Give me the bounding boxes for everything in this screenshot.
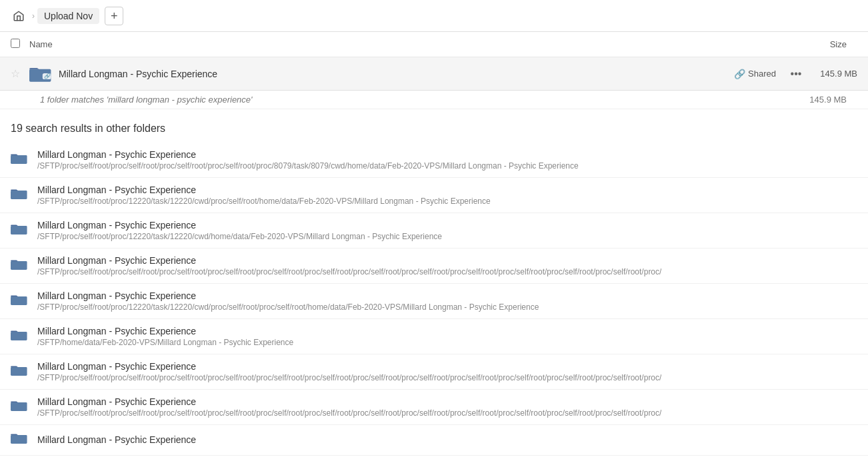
result-item[interactable]: Millard Longman - Psychic Experience/SFT…	[0, 178, 868, 213]
result-name: Millard Longman - Psychic Experience	[37, 149, 579, 160]
svg-rect-7	[11, 296, 27, 304]
result-name: Millard Longman - Psychic Experience	[37, 396, 661, 407]
result-name: Millard Longman - Psychic Experience	[37, 361, 661, 372]
result-item[interactable]: Millard Longman - Psychic Experience/SFT…	[0, 143, 868, 178]
folder-match-info-row: 1 folder matches 'millard longman - psyc…	[0, 91, 868, 109]
folder-icon	[11, 258, 29, 274]
main-folder-name: Millard Longman - Psychic Experience	[59, 69, 734, 79]
result-info: Millard Longman - Psychic Experience/SFT…	[37, 220, 442, 241]
select-all-checkbox[interactable]	[11, 39, 24, 50]
size-column-header: Size	[830, 39, 847, 49]
folder-match-text: 1 folder matches 'millard longman - psyc…	[40, 95, 809, 105]
result-item[interactable]: Millard Longman - Psychic Experience	[0, 425, 868, 456]
other-results-section-header: 19 search results in other folders	[0, 109, 868, 143]
result-name: Millard Longman - Psychic Experience	[37, 220, 442, 231]
folder-icon	[11, 432, 29, 448]
svg-text:🔗: 🔗	[44, 73, 51, 80]
result-name: Millard Longman - Psychic Experience	[37, 326, 293, 336]
svg-rect-10	[11, 402, 27, 410]
result-item[interactable]: Millard Longman - Psychic Experience/SFT…	[0, 354, 868, 390]
column-header-row: Name Size	[0, 32, 868, 57]
result-info: Millard Longman - Psychic Experience/SFT…	[37, 185, 491, 206]
shared-label: Shared	[748, 69, 776, 79]
result-item[interactable]: Millard Longman - Psychic Experience/SFT…	[0, 390, 868, 425]
result-path: /SFTP/proc/self/root/proc/12220/task/122…	[37, 197, 491, 206]
result-path: /SFTP/proc/self/root/proc/self/root/proc…	[37, 373, 661, 382]
add-tab-button[interactable]: +	[105, 7, 123, 25]
svg-rect-3	[11, 155, 27, 163]
svg-rect-11	[11, 435, 27, 444]
link-icon: 🔗	[734, 69, 745, 79]
result-info: Millard Longman - Psychic Experience/SFT…	[37, 290, 539, 312]
result-path: /SFTP/home/data/Feb-2020-VPS/Millard Lon…	[37, 338, 293, 347]
result-item[interactable]: Millard Longman - Psychic Experience/SFT…	[0, 213, 868, 248]
result-path: /SFTP/proc/self/root/proc/self/root/proc…	[37, 408, 661, 418]
result-info: Millard Longman - Psychic Experience/SFT…	[37, 149, 579, 171]
svg-rect-4	[11, 190, 27, 199]
result-name: Millard Longman - Psychic Experience	[37, 290, 539, 301]
result-path: /SFTP/proc/self/root/proc/12220/task/122…	[37, 232, 442, 241]
svg-rect-9	[11, 366, 27, 375]
result-info: Millard Longman - Psychic Experience/SFT…	[37, 326, 293, 347]
folder-match-size: 145.9 MB	[809, 95, 847, 105]
result-info: Millard Longman - Psychic Experience/SFT…	[37, 361, 661, 382]
result-item[interactable]: Millard Longman - Psychic Experience/SFT…	[0, 319, 868, 354]
more-options-button[interactable]: •••	[787, 65, 805, 83]
shared-badge: 🔗 Shared	[734, 69, 776, 79]
svg-rect-8	[11, 331, 27, 340]
star-button[interactable]: ☆	[11, 67, 24, 80]
folder-icon	[11, 187, 29, 204]
main-result-row[interactable]: ☆ 🔗 Millard Longman - Psychic Experience…	[0, 57, 868, 91]
folder-icon	[11, 223, 29, 239]
result-path: /SFTP/proc/self/root/proc/self/root/proc…	[37, 161, 579, 171]
name-column-header: Name	[29, 39, 830, 49]
breadcrumb-upload-nov[interactable]: Upload Nov	[37, 8, 99, 24]
result-name: Millard Longman - Psychic Experience	[37, 255, 661, 266]
result-name: Millard Longman - Psychic Experience	[37, 434, 196, 445]
top-bar: › Upload Nov +	[0, 0, 868, 32]
folder-icon	[11, 293, 29, 310]
folder-icon	[11, 328, 29, 345]
result-info: Millard Longman - Psychic Experience/SFT…	[37, 255, 661, 276]
main-result-size: 145.9 MB	[811, 69, 857, 79]
result-path: /SFTP/proc/self/root/proc/12220/task/122…	[37, 302, 539, 312]
folder-icon	[11, 399, 29, 416]
folder-icon	[11, 364, 29, 380]
svg-rect-6	[11, 260, 27, 269]
result-info: Millard Longman - Psychic Experience	[37, 434, 196, 446]
linked-folder-icon: 🔗	[29, 62, 53, 86]
result-name: Millard Longman - Psychic Experience	[37, 185, 491, 195]
breadcrumb-separator: ›	[32, 11, 35, 21]
home-button[interactable]	[8, 5, 29, 27]
folder-icon	[11, 152, 29, 169]
other-results-list: Millard Longman - Psychic Experience/SFT…	[0, 143, 868, 456]
result-item[interactable]: Millard Longman - Psychic Experience/SFT…	[0, 284, 868, 319]
result-info: Millard Longman - Psychic Experience/SFT…	[37, 396, 661, 418]
result-path: /SFTP/proc/self/root/proc/self/root/proc…	[37, 267, 661, 276]
svg-rect-5	[11, 225, 27, 234]
result-item[interactable]: Millard Longman - Psychic Experience/SFT…	[0, 248, 868, 284]
